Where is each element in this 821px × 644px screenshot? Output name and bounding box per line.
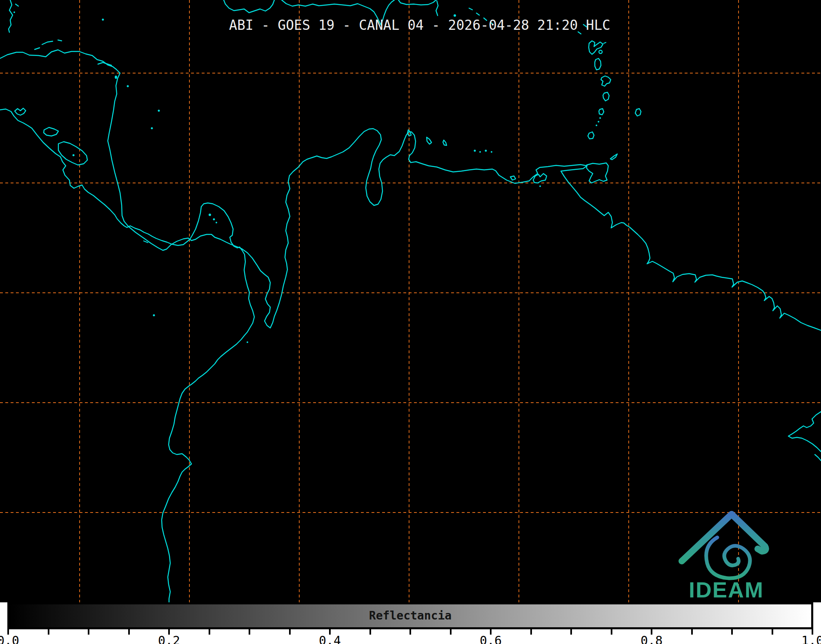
coastline-caratasca-lagoon <box>98 62 111 65</box>
colorbar-tick-label: 0.0 <box>0 633 19 644</box>
coastline-martinique <box>601 76 611 86</box>
ideam-logo-text: IDEAM <box>689 577 764 602</box>
coastline-la-tortuga <box>510 176 516 180</box>
satellite-image-viewer: IDEAM ABI - GOES 19 - CANAL 04 - 2026-04… <box>0 0 821 644</box>
coastline-guadeloupe <box>589 41 606 54</box>
coastline-bonaire <box>443 140 447 145</box>
colorbar-minor-tick <box>369 629 371 635</box>
colorbar-minor-tick <box>691 629 693 635</box>
satellite-map-canvas: IDEAM ABI - GOES 19 - CANAL 04 - 2026-04… <box>0 0 821 602</box>
colorbar-minor-tick <box>289 629 291 635</box>
coastline-caribbean-mainland <box>0 50 821 330</box>
colorbar-footer: Reflectancia 0.00.20.40.60.81.0 <box>0 602 821 644</box>
coastline-cays-dash <box>16 4 18 6</box>
coastline-tobago <box>610 154 617 160</box>
colorbar-tick-label: 0.2 <box>158 633 180 644</box>
ideam-spiral-icon <box>706 537 750 578</box>
coastline-vieques-hook <box>436 1 438 16</box>
coastline-curacao <box>427 137 432 144</box>
coastline-grenada <box>588 132 594 139</box>
colorbar-minor-tick <box>570 629 572 635</box>
coastline-belize-fragment <box>9 0 13 32</box>
coastline-marie-galante <box>599 50 602 53</box>
latlon-grid-lines <box>0 0 821 602</box>
colorbar-minor-tick <box>611 629 612 635</box>
colorbar-label: Reflectancia <box>369 609 452 622</box>
coastline-hispaniola-west <box>224 0 274 13</box>
colorbar-tick-label: 1.0 <box>801 633 821 644</box>
coastline-st-lucia <box>603 92 609 101</box>
colorbar-minor-tick <box>209 629 210 635</box>
ideam-logo-mark <box>682 514 766 578</box>
coastline-dominica <box>595 58 601 70</box>
coastline-st-vincent <box>599 109 604 115</box>
colorbar-minor-tick <box>450 629 452 635</box>
colorbar-minor-tick <box>772 629 773 635</box>
map-layers: IDEAM <box>0 0 821 602</box>
colorbar-minor-tick <box>48 629 49 635</box>
coastline-lake-managua <box>44 127 58 136</box>
ideam-logo: IDEAM <box>682 514 766 602</box>
colorbar-minor-tick <box>409 629 411 635</box>
colorbar-minor-tick <box>249 629 250 635</box>
colorbar: Reflectancia <box>7 602 813 629</box>
colorbar-minor-tick <box>88 629 89 635</box>
colorbar-tick-label: 0.8 <box>641 633 663 644</box>
coastline-fonseca-islets <box>15 108 26 115</box>
colorbar-minor-tick <box>731 629 733 635</box>
colorbar-minor-tick <box>128 629 130 635</box>
coastline-outlines <box>0 0 821 602</box>
colorbar-tick-label: 0.6 <box>480 633 502 644</box>
coastline-amazon-mouth <box>788 412 821 461</box>
coastline-trinidad <box>587 163 608 183</box>
coastline-puerto-rico <box>398 0 436 5</box>
colorbar-tick-label: 0.4 <box>319 633 341 644</box>
colorbar-minor-tick <box>530 629 532 635</box>
coastline-barbados <box>635 109 641 116</box>
coastline-bay-islands <box>35 40 62 49</box>
image-title: ABI - GOES 19 - CANAL 04 - 2026-04-28 21… <box>229 18 610 33</box>
